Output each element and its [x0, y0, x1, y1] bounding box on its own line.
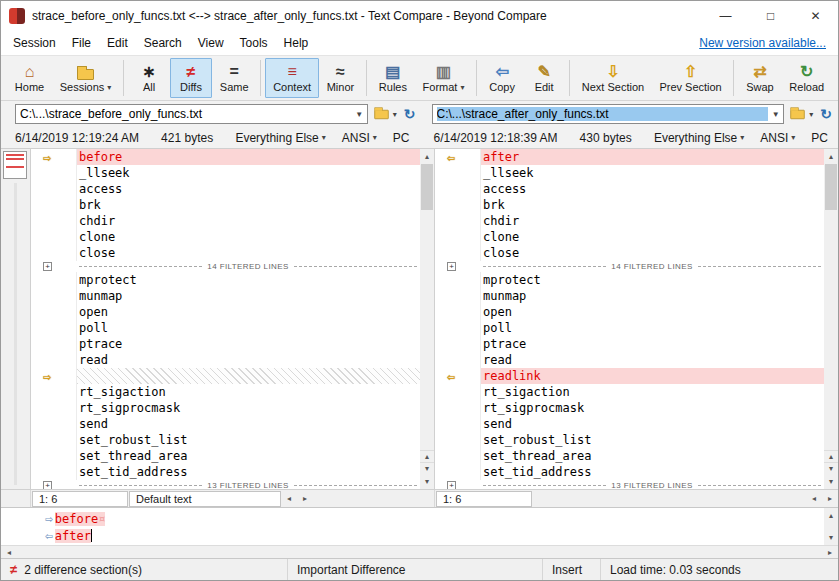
code-line[interactable]: rt_sigaction — [435, 384, 824, 400]
reload-button[interactable]: ↻Reload — [782, 58, 832, 98]
left-format-dropdown[interactable]: Everything Else▾ — [235, 131, 325, 145]
line-text[interactable]: read — [77, 352, 420, 368]
left-vertical-scrollbar[interactable]: ▴ ▴ ▾ ▾ — [420, 149, 434, 489]
scroll-left-icon[interactable]: ◂ — [806, 491, 822, 507]
line-text[interactable]: access — [481, 181, 824, 197]
code-line[interactable]: set_tid_address — [435, 464, 824, 480]
edit-line[interactable]: ⇦after — [1, 527, 824, 544]
left-grammar-dropdown[interactable]: Default text — [129, 491, 281, 507]
line-text[interactable]: rt_sigprocmask — [481, 400, 824, 416]
line-text[interactable]: _llseek — [77, 165, 420, 181]
line-text[interactable]: brk — [77, 197, 420, 213]
code-line[interactable]: rt_sigprocmask — [435, 400, 824, 416]
close-button[interactable]: ✕ — [793, 1, 838, 31]
code-line[interactable]: chdir — [31, 213, 420, 229]
code-line[interactable]: set_thread_area — [435, 448, 824, 464]
line-text[interactable]: rt_sigprocmask — [77, 400, 420, 416]
scroll-down-icon[interactable]: ▾ — [420, 474, 434, 489]
expand-fold-button[interactable]: + — [447, 481, 456, 489]
code-line[interactable]: access — [435, 181, 824, 197]
diff-section-arrow-icon[interactable]: ⇦ — [447, 369, 455, 384]
line-text[interactable]: close — [481, 245, 824, 261]
missing-line-placeholder[interactable]: ⇨ — [31, 368, 420, 384]
code-line[interactable]: _llseek — [435, 165, 824, 181]
left-file-path[interactable]: C:\...\strace_before_only_funcs.txt — [20, 107, 352, 121]
line-text[interactable]: set_tid_address — [481, 464, 824, 480]
code-line[interactable]: _llseek — [31, 165, 420, 181]
line-text[interactable]: brk — [481, 197, 824, 213]
code-line[interactable]: poll — [435, 320, 824, 336]
overview-map-viewport[interactable] — [3, 151, 27, 179]
line-text[interactable]: read — [481, 352, 824, 368]
code-line[interactable]: set_robust_list — [31, 432, 420, 448]
scroll-left-icon[interactable]: ◂ — [281, 491, 297, 507]
code-line[interactable]: brk — [31, 197, 420, 213]
code-line[interactable]: send — [435, 416, 824, 432]
code-line[interactable]: ⇦readlink — [435, 368, 824, 384]
code-line[interactable]: ptrace — [31, 336, 420, 352]
code-line[interactable]: open — [435, 304, 824, 320]
scroll-down-icon[interactable]: ▾ — [824, 474, 838, 489]
line-text[interactable]: set_thread_area — [481, 448, 824, 464]
left-encoding-dropdown[interactable]: ANSI▾ — [342, 131, 377, 145]
line-text[interactable]: chdir — [77, 213, 420, 229]
line-text[interactable]: rt_sigaction — [77, 384, 420, 400]
new-version-link[interactable]: New version available... — [699, 36, 826, 50]
right-browse-folder-button[interactable]: ▾ — [787, 104, 815, 124]
line-text[interactable]: ptrace — [77, 336, 420, 352]
rules-button[interactable]: ▤Rules — [371, 58, 415, 98]
line-text[interactable]: after — [481, 149, 824, 165]
home-button[interactable]: ⌂Home — [7, 58, 52, 98]
line-text[interactable]: clone — [481, 229, 824, 245]
scroll-up-icon[interactable]: ▴ — [824, 149, 838, 164]
left-file-path-combobox[interactable]: C:\...\strace_before_only_funcs.txt ▼ — [15, 104, 368, 124]
right-vertical-scrollbar[interactable]: ▴ ▴ ▾ ▾ — [824, 149, 838, 489]
scroll-up-icon[interactable]: ▴ — [824, 508, 838, 523]
scrollbar-mini-up-icon[interactable]: ▴ — [824, 450, 838, 462]
right-format-dropdown[interactable]: Everything Else▾ — [654, 131, 744, 145]
code-line[interactable]: read — [31, 352, 420, 368]
code-line[interactable]: rt_sigprocmask — [31, 400, 420, 416]
code-line[interactable]: rt_sigaction — [31, 384, 420, 400]
code-line[interactable]: clone — [31, 229, 420, 245]
code-line[interactable]: access — [31, 181, 420, 197]
expand-fold-button[interactable]: + — [447, 262, 456, 271]
code-line[interactable]: mprotect — [31, 272, 420, 288]
code-line[interactable]: ⇨before — [31, 149, 420, 165]
code-line[interactable]: close — [435, 245, 824, 261]
code-line[interactable]: close — [31, 245, 420, 261]
expand-fold-button[interactable]: + — [43, 262, 52, 271]
minor-button[interactable]: ≈Minor — [319, 58, 362, 98]
code-line[interactable]: clone — [435, 229, 824, 245]
code-line[interactable]: set_thread_area — [31, 448, 420, 464]
code-line[interactable]: ⇦after — [435, 149, 824, 165]
line-text[interactable]: set_thread_area — [77, 448, 420, 464]
code-line[interactable]: brk — [435, 197, 824, 213]
line-text[interactable]: ptrace — [481, 336, 824, 352]
left-browse-folder-button[interactable]: ▾ — [371, 104, 399, 124]
scrollbar-thumb[interactable] — [825, 164, 837, 210]
scrollbar-mini-down-icon[interactable]: ▾ — [824, 462, 838, 474]
line-text[interactable]: readlink — [481, 368, 824, 384]
code-line[interactable]: read — [435, 352, 824, 368]
line-text[interactable]: open — [481, 304, 824, 320]
scrollbar-thumb[interactable] — [421, 164, 433, 210]
prev-section-button[interactable]: ⇧Prev Section — [652, 58, 730, 98]
minimize-button[interactable]: — — [703, 1, 748, 31]
edit-vertical-scrollbar[interactable]: ▴ ▾ — [824, 508, 838, 545]
scrollbar-mini-up-icon[interactable]: ▴ — [420, 450, 434, 462]
menu-item-search[interactable]: Search — [136, 33, 190, 53]
menu-item-edit[interactable]: Edit — [99, 33, 136, 53]
scroll-right-icon[interactable]: ▸ — [297, 491, 313, 507]
menu-item-tools[interactable]: Tools — [232, 33, 276, 53]
code-line[interactable]: mprotect — [435, 272, 824, 288]
diff-section-arrow-icon[interactable]: ⇨ — [43, 150, 51, 165]
line-text[interactable]: _llseek — [481, 165, 824, 181]
scrollbar-mini-down-icon[interactable]: ▾ — [420, 462, 434, 474]
code-line[interactable]: munmap — [31, 288, 420, 304]
line-text[interactable]: mprotect — [481, 272, 824, 288]
menu-item-file[interactable]: File — [64, 33, 99, 53]
line-text[interactable]: rt_sigaction — [481, 384, 824, 400]
line-text[interactable]: munmap — [77, 288, 420, 304]
line-text[interactable]: poll — [481, 320, 824, 336]
